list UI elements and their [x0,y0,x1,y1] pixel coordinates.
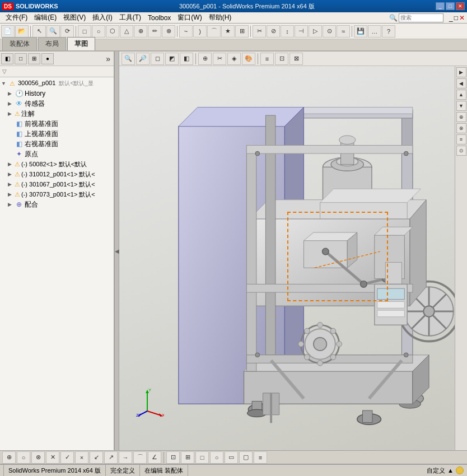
tree-item-top-plane[interactable]: ◧ 上视基准面 [0,129,114,139]
menu-help[interactable]: 帮助(H) [206,12,235,24]
tb-no[interactable]: ⊘ [267,25,280,38]
bt-right[interactable]: → [119,451,132,464]
panel-btn-1[interactable]: ◧ [1,53,13,64]
menu-edit[interactable]: 编辑(E) [31,12,60,24]
tb-cut[interactable]: ✂ [253,25,266,38]
vt-orient[interactable]: ⊕ [198,53,212,65]
tree-expander-mate[interactable]: ▶ [8,202,15,207]
tree-item-origin[interactable]: ✦ 原点 [0,149,114,159]
panel-collapse-handle[interactable]: ◀ [115,52,119,450]
tb-cancel[interactable]: ⊗ [162,25,175,38]
vt-fit[interactable]: ◻ [151,53,164,65]
tab-assembly[interactable]: 装配体 [2,37,37,50]
maximize-button[interactable]: □ [446,2,455,10]
vt-section[interactable]: ✂ [213,53,226,65]
bt-rect[interactable]: □ [195,451,209,464]
bt-circ2[interactable]: ○ [210,451,223,464]
vt-apply[interactable]: ⊡ [275,53,288,65]
tb-approx[interactable]: ≈ [337,25,350,38]
menu-window[interactable]: 窗口(W) [174,12,205,24]
tab-layout[interactable]: 布局 [38,37,66,50]
tree-item-root[interactable]: ▼ ⚠ 300056_p001 默认<默认_显 [0,78,114,88]
tb-arc[interactable]: ⌒ [207,25,221,38]
tb-left[interactable]: ⊣ [295,25,308,38]
menu-insert[interactable]: 插入(I) [89,12,115,24]
tree-item-history[interactable]: ▶ 🕐 History [0,88,114,99]
tb-cursor[interactable]: ↖ [32,25,46,38]
vt-zoom-in[interactable]: 🔍 [122,53,135,65]
tree-expander-part1[interactable]: ▶ [8,161,15,167]
menu-win-close[interactable]: ✕ [459,14,465,22]
tree-expander-annotation[interactable]: ▶ [8,111,15,116]
tb-save[interactable]: 💾 [354,25,367,38]
feature-tree[interactable]: ▼ ⚠ 300056_p001 默认<默认_显 ▶ 🕐 History ▶ 👁 … [0,77,114,450]
tree-expander-sensor[interactable]: ▶ [8,101,15,106]
tb-new[interactable]: 📄 [1,25,15,38]
tree-expander-part2[interactable]: ▶ [8,171,15,177]
tree-item-right-plane[interactable]: ◧ 右视基准面 [0,139,114,149]
tb-edit[interactable]: ✏ [148,25,161,38]
tab-sketch[interactable]: 草图 [67,37,95,50]
tb-updown[interactable]: ↕ [281,25,294,38]
tree-item-part2[interactable]: ▶ ⚠ (-) 310012_p001<1> 默认< [0,169,114,179]
vtb-btn-3[interactable]: ▲ [456,90,466,100]
bt-grid2[interactable]: ⊞ [181,451,194,464]
tb-zoom[interactable]: 🔍 [46,25,60,38]
minimize-button[interactable]: _ [436,2,445,10]
vtb-btn-7[interactable]: ≡ [456,134,466,144]
menu-win-max[interactable]: □ [454,14,458,22]
vtb-btn-5[interactable]: ⊕ [456,112,466,122]
tb-question[interactable]: ? [382,25,395,38]
tb-target[interactable]: ⊙ [323,25,336,38]
tb-star[interactable]: ★ [221,25,235,38]
bt-x[interactable]: ✕ [46,451,59,464]
vtb-btn-1[interactable]: ▶ [456,67,466,77]
3d-viewport[interactable]: Y X Z ▶ ◀ ▲ ▼ ⊕ ⊗ ≡ ⊙ [119,66,467,450]
search-input[interactable] [399,13,443,22]
bt-circle[interactable]: ○ [17,451,30,464]
menu-tools[interactable]: 工具(T) [116,12,144,24]
tree-item-part4[interactable]: ▶ ⚠ (-) 307073_p001<1> 默认< [0,189,114,199]
vtb-btn-4[interactable]: ▼ [456,101,466,111]
bt-cross[interactable]: × [75,451,88,464]
tree-expander-root[interactable]: ▼ [1,81,8,86]
bt-dl[interactable]: ↙ [90,451,103,464]
tb-box[interactable]: □ [78,25,91,38]
status-arrow[interactable]: ▲ [447,467,454,474]
tb-grid[interactable]: ⊞ [235,25,249,38]
tb-tri[interactable]: △ [120,25,133,38]
panel-btn-3[interactable]: ⊞ [28,53,40,64]
vt-view2[interactable]: ◧ [180,53,193,65]
vt-display1[interactable]: ◈ [227,53,241,65]
tb-paren[interactable]: ) [193,25,207,38]
tree-item-annotation[interactable]: ▶ ⚠ 注解 [0,109,114,119]
bt-ur[interactable]: ↗ [104,451,118,464]
vt-close-vp[interactable]: ⊠ [289,53,303,65]
vt-zoom-out[interactable]: 🔎 [136,53,150,65]
menu-win-min[interactable]: _ [449,14,453,22]
close-button[interactable]: ✕ [456,2,465,10]
tb-rotate[interactable]: ⟳ [60,25,74,38]
tb-play[interactable]: ▷ [309,25,322,38]
tree-item-part1[interactable]: ▶ ⚠ (-) 50082<1> 默认<默认 [0,159,114,169]
menu-view[interactable]: 视图(V) [60,12,89,24]
bt-add[interactable]: ⊕ [2,451,16,464]
panel-btn-4[interactable]: ● [41,53,54,64]
tb-open[interactable]: 📂 [15,25,29,38]
bt-line[interactable]: ⊗ [31,451,45,464]
tree-expander-part3[interactable]: ▶ [8,181,15,187]
tb-hex[interactable]: ⬡ [106,25,119,38]
panel-btn-2[interactable]: □ [15,53,27,64]
tree-expander-part4[interactable]: ▶ [8,192,15,197]
bt-rrect[interactable]: ▭ [225,451,238,464]
tree-item-sensor[interactable]: ▶ 👁 传感器 [0,99,114,109]
bt-angle[interactable]: ∠ [148,451,161,464]
tb-wave[interactable]: ~ [179,25,193,38]
tb-circle[interactable]: ○ [92,25,105,38]
bt-sqr[interactable]: ⊡ [166,451,180,464]
tree-expander-history[interactable]: ▶ [8,91,15,96]
menu-toolbox[interactable]: Toolbox [144,13,174,23]
tb-cross[interactable]: ⊕ [134,25,147,38]
vtb-btn-2[interactable]: ◀ [456,78,466,88]
panel-more-button[interactable]: » [104,54,113,63]
